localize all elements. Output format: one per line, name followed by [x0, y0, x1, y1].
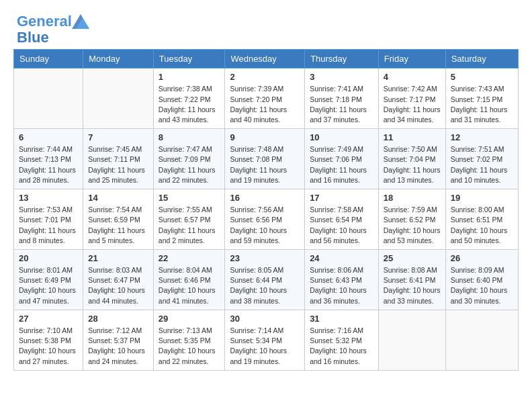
logo-text: General [17, 13, 72, 30]
calendar-cell: 23Sunrise: 8:05 AMSunset: 6:44 PMDayligh… [225, 250, 305, 310]
day-number: 27 [19, 314, 78, 324]
logo-text-2: Blue [17, 30, 89, 46]
page-header: General Blue [7, 7, 525, 49]
logo-icon [72, 14, 89, 29]
calendar-cell: 28Sunrise: 7:12 AMSunset: 5:37 PMDayligh… [83, 310, 154, 370]
calendar-week-row: 1Sunrise: 7:38 AMSunset: 7:22 PMDaylight… [14, 68, 519, 129]
day-info: Sunrise: 7:16 AMSunset: 5:32 PMDaylight:… [310, 326, 373, 367]
day-info: Sunrise: 7:10 AMSunset: 5:38 PMDaylight:… [19, 326, 78, 367]
calendar-cell [445, 310, 518, 370]
day-number: 8 [159, 132, 220, 142]
day-number: 25 [384, 253, 441, 263]
calendar-cell: 1Sunrise: 7:38 AMSunset: 7:22 PMDaylight… [153, 68, 225, 129]
day-number: 19 [451, 193, 513, 203]
day-number: 18 [384, 193, 441, 203]
day-info: Sunrise: 8:03 AMSunset: 6:47 PMDaylight:… [88, 265, 148, 306]
day-number: 9 [230, 132, 300, 142]
calendar-cell: 4Sunrise: 7:42 AMSunset: 7:17 PMDaylight… [378, 68, 445, 129]
day-info: Sunrise: 7:44 AMSunset: 7:13 PMDaylight:… [19, 144, 78, 185]
calendar-cell: 12Sunrise: 7:51 AMSunset: 7:02 PMDayligh… [445, 129, 518, 189]
day-number: 3 [310, 72, 373, 82]
day-info: Sunrise: 7:41 AMSunset: 7:18 PMDaylight:… [310, 84, 373, 125]
day-number: 28 [88, 314, 148, 324]
calendar-week-row: 27Sunrise: 7:10 AMSunset: 5:38 PMDayligh… [14, 310, 519, 370]
day-number: 24 [310, 253, 373, 263]
day-info: Sunrise: 8:05 AMSunset: 6:44 PMDaylight:… [230, 265, 300, 306]
calendar-cell: 5Sunrise: 7:43 AMSunset: 7:15 PMDaylight… [445, 68, 518, 129]
calendar-cell [83, 68, 154, 129]
calendar-cell: 22Sunrise: 8:04 AMSunset: 6:46 PMDayligh… [153, 250, 225, 310]
calendar-cell: 13Sunrise: 7:53 AMSunset: 7:01 PMDayligh… [14, 189, 83, 250]
day-info: Sunrise: 7:43 AMSunset: 7:15 PMDaylight:… [451, 84, 513, 125]
day-number: 6 [19, 132, 78, 142]
column-header-monday: Monday [83, 50, 154, 68]
day-number: 12 [451, 132, 513, 142]
day-info: Sunrise: 7:12 AMSunset: 5:37 PMDaylight:… [88, 326, 148, 367]
column-header-thursday: Thursday [305, 50, 379, 68]
calendar-cell: 26Sunrise: 8:09 AMSunset: 6:40 PMDayligh… [445, 250, 518, 310]
day-info: Sunrise: 7:45 AMSunset: 7:11 PMDaylight:… [88, 144, 148, 185]
day-info: Sunrise: 8:01 AMSunset: 6:49 PMDaylight:… [19, 265, 78, 306]
calendar-table: SundayMondayTuesdayWednesdayThursdayFrid… [13, 49, 519, 370]
day-number: 26 [451, 253, 513, 263]
calendar-cell: 29Sunrise: 7:13 AMSunset: 5:35 PMDayligh… [153, 310, 225, 370]
day-info: Sunrise: 7:53 AMSunset: 7:01 PMDaylight:… [19, 205, 78, 246]
day-number: 4 [384, 72, 441, 82]
calendar-cell: 7Sunrise: 7:45 AMSunset: 7:11 PMDaylight… [83, 129, 154, 189]
calendar-cell: 8Sunrise: 7:47 AMSunset: 7:09 PMDaylight… [153, 129, 225, 189]
day-info: Sunrise: 8:09 AMSunset: 6:40 PMDaylight:… [451, 265, 513, 306]
day-info: Sunrise: 7:54 AMSunset: 6:59 PMDaylight:… [88, 205, 148, 246]
day-info: Sunrise: 7:13 AMSunset: 5:35 PMDaylight:… [159, 326, 220, 367]
day-number: 31 [310, 314, 373, 324]
day-info: Sunrise: 7:51 AMSunset: 7:02 PMDaylight:… [451, 144, 513, 185]
calendar-cell: 31Sunrise: 7:16 AMSunset: 5:32 PMDayligh… [305, 310, 379, 370]
column-header-friday: Friday [378, 50, 445, 68]
calendar-cell: 21Sunrise: 8:03 AMSunset: 6:47 PMDayligh… [83, 250, 154, 310]
calendar-cell: 2Sunrise: 7:39 AMSunset: 7:20 PMDaylight… [225, 68, 305, 129]
day-info: Sunrise: 8:08 AMSunset: 6:41 PMDaylight:… [384, 265, 441, 306]
day-number: 2 [230, 72, 300, 82]
column-header-wednesday: Wednesday [225, 50, 305, 68]
calendar-cell: 9Sunrise: 7:48 AMSunset: 7:08 PMDaylight… [225, 129, 305, 189]
calendar-cell [14, 68, 83, 129]
column-header-tuesday: Tuesday [153, 50, 225, 68]
day-info: Sunrise: 7:50 AMSunset: 7:04 PMDaylight:… [384, 144, 441, 185]
calendar-cell: 17Sunrise: 7:58 AMSunset: 6:54 PMDayligh… [305, 189, 379, 250]
day-info: Sunrise: 7:14 AMSunset: 5:34 PMDaylight:… [230, 326, 300, 367]
calendar-week-row: 6Sunrise: 7:44 AMSunset: 7:13 PMDaylight… [14, 129, 519, 189]
day-number: 17 [310, 193, 373, 203]
day-number: 23 [230, 253, 300, 263]
column-header-sunday: Sunday [14, 50, 83, 68]
day-info: Sunrise: 8:00 AMSunset: 6:51 PMDaylight:… [451, 205, 513, 246]
calendar-body: 1Sunrise: 7:38 AMSunset: 7:22 PMDaylight… [14, 68, 519, 370]
day-info: Sunrise: 7:39 AMSunset: 7:20 PMDaylight:… [230, 84, 300, 125]
calendar-cell: 14Sunrise: 7:54 AMSunset: 6:59 PMDayligh… [83, 189, 154, 250]
calendar-cell: 25Sunrise: 8:08 AMSunset: 6:41 PMDayligh… [378, 250, 445, 310]
calendar-week-row: 13Sunrise: 7:53 AMSunset: 7:01 PMDayligh… [14, 189, 519, 250]
calendar-week-row: 20Sunrise: 8:01 AMSunset: 6:49 PMDayligh… [14, 250, 519, 310]
day-number: 1 [159, 72, 220, 82]
day-number: 5 [451, 72, 513, 82]
day-number: 22 [159, 253, 220, 263]
calendar-cell: 16Sunrise: 7:56 AMSunset: 6:56 PMDayligh… [225, 189, 305, 250]
calendar-cell: 6Sunrise: 7:44 AMSunset: 7:13 PMDaylight… [14, 129, 83, 189]
day-number: 29 [159, 314, 220, 324]
day-number: 13 [19, 193, 78, 203]
calendar-cell: 15Sunrise: 7:55 AMSunset: 6:57 PMDayligh… [153, 189, 225, 250]
day-info: Sunrise: 7:49 AMSunset: 7:06 PMDaylight:… [310, 144, 373, 185]
day-number: 20 [19, 253, 78, 263]
day-info: Sunrise: 7:56 AMSunset: 6:56 PMDaylight:… [230, 205, 300, 246]
calendar-cell: 3Sunrise: 7:41 AMSunset: 7:18 PMDaylight… [305, 68, 379, 129]
calendar-cell: 24Sunrise: 8:06 AMSunset: 6:43 PMDayligh… [305, 250, 379, 310]
day-info: Sunrise: 7:58 AMSunset: 6:54 PMDaylight:… [310, 205, 373, 246]
calendar-cell: 20Sunrise: 8:01 AMSunset: 6:49 PMDayligh… [14, 250, 83, 310]
day-number: 30 [230, 314, 300, 324]
day-number: 7 [88, 132, 148, 142]
day-info: Sunrise: 7:42 AMSunset: 7:17 PMDaylight:… [384, 84, 441, 125]
day-info: Sunrise: 8:06 AMSunset: 6:43 PMDaylight:… [310, 265, 373, 306]
calendar-cell: 10Sunrise: 7:49 AMSunset: 7:06 PMDayligh… [305, 129, 379, 189]
day-info: Sunrise: 7:48 AMSunset: 7:08 PMDaylight:… [230, 144, 300, 185]
day-number: 21 [88, 253, 148, 263]
calendar-cell: 30Sunrise: 7:14 AMSunset: 5:34 PMDayligh… [225, 310, 305, 370]
column-header-saturday: Saturday [445, 50, 518, 68]
